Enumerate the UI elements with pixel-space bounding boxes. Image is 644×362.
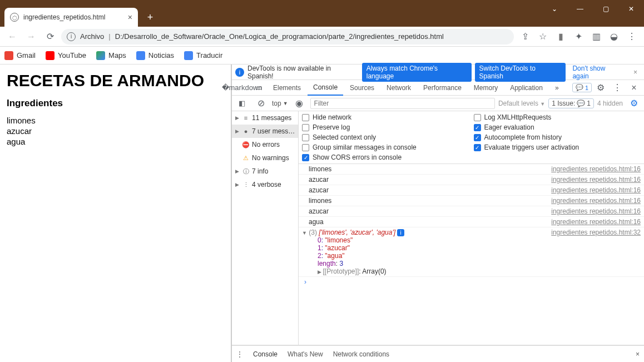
- issues-chip[interactable]: 💬1: [572, 83, 592, 92]
- setting-checkbox[interactable]: ✓Show CORS errors in console: [302, 153, 469, 161]
- drawer-close-icon[interactable]: ×: [636, 350, 640, 358]
- drawer-tab-whatsnew[interactable]: What's New: [288, 350, 323, 358]
- sidebar-row[interactable]: ▶●7 user mess…: [232, 125, 298, 138]
- forward-icon[interactable]: →: [23, 29, 39, 44]
- setting-checkbox[interactable]: ✓Autocomplete from history: [474, 133, 641, 141]
- addr-path: D:/Desarrollo_de_Software/Oracle_One/Log…: [115, 32, 444, 41]
- log-source-link[interactable]: ingredientes repetidos.html:16: [551, 165, 641, 173]
- maximize-icon[interactable]: ▢: [593, 0, 618, 18]
- devtools-panel: i DevTools is now available in Spanish! …: [231, 65, 644, 362]
- banner-switch-button[interactable]: Switch DevTools to Spanish: [475, 63, 566, 82]
- translate-icon: [184, 51, 193, 60]
- tab-application[interactable]: Application: [504, 80, 548, 96]
- ingredient: limones: [7, 116, 224, 126]
- info-icon: i: [235, 68, 244, 77]
- tabs-more-icon[interactable]: »: [549, 80, 564, 96]
- tab-console[interactable]: Console: [308, 80, 343, 96]
- ingredient: agua: [7, 137, 224, 147]
- log-source-link[interactable]: ingredientes repetidos.html:16: [551, 218, 641, 226]
- log-source-link[interactable]: ingredientes repetidos.html:16: [551, 197, 641, 205]
- bookmark-traducir[interactable]: Traducir: [184, 51, 222, 60]
- page-viewport: RECETAS DE ARMANDO Ingredientes limones …: [0, 65, 231, 362]
- bookmarks-bar: Gmail YouTube Maps Noticias Traducir: [0, 47, 644, 65]
- banner-dismiss-link[interactable]: Don't show again: [569, 65, 627, 80]
- tab-network[interactable]: Network: [381, 80, 417, 96]
- setting-checkbox[interactable]: ✓Evaluate triggers user activation: [474, 143, 641, 151]
- console-gear-icon[interactable]: ⚙: [626, 96, 642, 111]
- youtube-icon: [46, 51, 55, 60]
- live-expr-icon[interactable]: ◉: [291, 96, 307, 111]
- device-icon[interactable]: ▭: [251, 80, 266, 96]
- address-bar[interactable]: i Archivo | D:/Desarrollo_de_Software/Or…: [61, 29, 514, 44]
- profile-icon[interactable]: ◒: [606, 29, 622, 44]
- filter-input[interactable]: [310, 98, 495, 109]
- reading-list-icon[interactable]: ▥: [588, 29, 604, 44]
- minimize-icon[interactable]: —: [567, 0, 593, 18]
- toolbar: ← → ⟳ i Archivo | D:/Desarrollo_de_Softw…: [0, 27, 644, 47]
- setting-checkbox[interactable]: Selected context only: [302, 133, 469, 141]
- setting-checkbox[interactable]: ✓Eager evaluation: [474, 123, 641, 131]
- tab-elements[interactable]: Elements: [267, 80, 306, 96]
- sidebar-toggle-icon[interactable]: ◧: [234, 96, 250, 111]
- close-window-icon[interactable]: ✕: [618, 0, 644, 18]
- info-icon[interactable]: i: [67, 32, 76, 41]
- window-controls: ⌄ — ▢ ✕: [542, 0, 644, 18]
- sidebar-row[interactable]: ⚠No warnings: [232, 151, 298, 165]
- setting-checkbox[interactable]: Group similar messages in console: [302, 143, 469, 151]
- log-row: aguaingredientes repetidos.html:16: [299, 217, 644, 227]
- tab-performance[interactable]: Performance: [418, 80, 467, 96]
- tab-memory[interactable]: Memory: [468, 80, 503, 96]
- sidebar-row[interactable]: ⛔No errors: [232, 138, 298, 151]
- content-area: RECETAS DE ARMANDO Ingredientes limones …: [0, 65, 644, 362]
- menu-icon[interactable]: ⋮: [624, 29, 640, 44]
- setting-checkbox[interactable]: Log XMLHttpRequests: [474, 113, 641, 121]
- log-source-link[interactable]: ingredientes repetidos.html:32: [551, 229, 641, 236]
- gear-icon[interactable]: ⚙: [593, 80, 608, 96]
- news-icon: [136, 51, 145, 60]
- toolbar-right: ⇪ ☆ ▮ ✦ ▥ ◒ ⋮: [517, 29, 640, 44]
- back-icon[interactable]: ←: [4, 29, 20, 44]
- info-badge-icon[interactable]: i: [397, 229, 404, 236]
- puzzle-icon[interactable]: ✦: [571, 29, 586, 44]
- tab-close-icon[interactable]: ×: [128, 13, 132, 22]
- star-icon[interactable]: ☆: [535, 29, 551, 44]
- bookmark-noticias[interactable]: Noticias: [136, 51, 174, 60]
- issues-button[interactable]: 1 Issue: 💬1: [548, 98, 594, 108]
- log-row: limonesingredientes repetidos.html:16: [299, 196, 644, 206]
- inspect-icon[interactable]: �markdown: [234, 80, 250, 96]
- console-settings: Hide networkLog XMLHttpRequestsPreserve …: [299, 111, 644, 164]
- context-selector[interactable]: top▼: [272, 100, 288, 107]
- bookmark-maps[interactable]: Maps: [96, 51, 126, 60]
- devtools-close-icon[interactable]: ×: [626, 80, 642, 96]
- log-source-link[interactable]: ingredientes repetidos.html:16: [551, 176, 641, 184]
- log-source-link[interactable]: ingredientes repetidos.html:16: [551, 207, 641, 215]
- browser-tab[interactable]: ◌ ingredientes_repetidos.html ×: [4, 8, 138, 27]
- banner-match-button[interactable]: Always match Chrome's language: [362, 63, 472, 82]
- clear-icon[interactable]: ⊘: [253, 96, 269, 111]
- extension-icon[interactable]: ▮: [553, 29, 568, 44]
- bookmark-youtube[interactable]: YouTube: [46, 51, 86, 60]
- gmail-icon: [4, 51, 13, 60]
- sidebar-row[interactable]: ▶ⓘ7 info: [232, 165, 298, 178]
- drawer-tab-network-conditions[interactable]: Network conditions: [333, 350, 389, 358]
- drawer-kebab-icon[interactable]: ⋮: [236, 350, 243, 358]
- kebab-icon[interactable]: ⋮: [610, 80, 625, 96]
- banner-close-icon[interactable]: ×: [630, 68, 641, 76]
- setting-checkbox[interactable]: Preserve log: [302, 123, 469, 131]
- caret-down-icon[interactable]: ⌄: [542, 0, 567, 18]
- sidebar-row[interactable]: ▶⋮4 verbose: [232, 178, 298, 191]
- console-prompt[interactable]: ›: [299, 277, 644, 287]
- bookmark-gmail[interactable]: Gmail: [4, 51, 36, 60]
- sidebar-row[interactable]: ▶≡11 messages: [232, 111, 298, 125]
- new-tab-button[interactable]: +: [142, 9, 158, 25]
- drawer-tab-console[interactable]: Console: [253, 350, 278, 358]
- ingredient: azucar: [7, 126, 224, 137]
- levels-dropdown[interactable]: Default levels ▼: [498, 100, 545, 107]
- setting-checkbox[interactable]: Hide network: [302, 113, 469, 121]
- reload-icon[interactable]: ⟳: [42, 29, 58, 44]
- console-main: Hide networkLog XMLHttpRequestsPreserve …: [299, 111, 644, 345]
- maps-icon: [96, 51, 105, 60]
- tab-sources[interactable]: Sources: [344, 80, 380, 96]
- log-source-link[interactable]: ingredientes repetidos.html:16: [551, 186, 641, 194]
- share-icon[interactable]: ⇪: [517, 29, 533, 44]
